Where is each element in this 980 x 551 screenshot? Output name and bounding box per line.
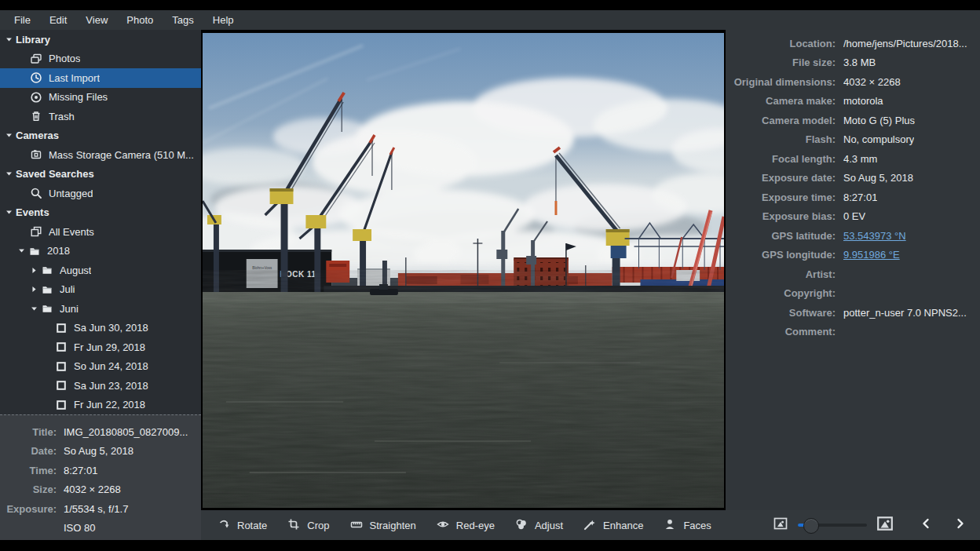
info-row-exposure: Exposure: 1/5534 s, f/1.7: [0, 499, 201, 519]
straighten-button[interactable]: Straighten: [340, 510, 426, 540]
event-date-icon: [55, 399, 68, 411]
sidebar-item-missing-files[interactable]: Missing Files: [0, 88, 201, 108]
prop-row-gps-latitude: GPS latitude: 53.543973 °N: [726, 226, 980, 246]
edit-toolbar: Rotate Crop Straighten Red-eye Adjust En…: [201, 510, 980, 540]
menubar: File Edit View Photo Tags Help: [0, 10, 980, 30]
expander-right-icon[interactable]: [30, 266, 41, 275]
rotate-icon: [218, 518, 230, 533]
prop-row-location: Location: /home/jens/Pictures/2018...: [726, 34, 980, 53]
photo-viewer: Blohm+Voss DOCK 11: [201, 30, 726, 510]
expander-down-icon[interactable]: [5, 131, 16, 140]
previous-photo-button[interactable]: [920, 517, 931, 533]
sidebar-item-cameras[interactable]: Cameras: [0, 126, 201, 146]
faces-icon: [664, 518, 676, 533]
enhance-icon: [583, 518, 596, 533]
faces-button[interactable]: Faces: [653, 510, 721, 540]
zoom-control: [773, 515, 974, 535]
basic-info-panel: Title: IMG_20180805_0827009... Date: So …: [0, 414, 201, 540]
sidebar-item-library[interactable]: Library: [0, 30, 201, 49]
camera-icon: [30, 148, 42, 161]
sidebar-item-august[interactable]: August: [0, 261, 201, 280]
expander-down-icon[interactable]: [30, 305, 41, 313]
photo-navigation: [920, 517, 966, 533]
rotate-button[interactable]: Rotate: [207, 510, 277, 540]
info-row-title: Title: IMG_20180805_0827009...: [0, 422, 201, 442]
sidebar-item-trash[interactable]: Trash: [0, 107, 201, 126]
photo-harbour-image: Blohm+Voss DOCK 11: [203, 33, 724, 508]
zoom-in-photo-icon[interactable]: [876, 515, 894, 535]
sidebar-item-all-events[interactable]: All Events: [0, 222, 201, 242]
zoom-slider[interactable]: [798, 524, 867, 527]
straighten-icon: [350, 518, 363, 533]
sidebar-item-mass-storage-camera[interactable]: Mass Storage Camera (510 M...: [0, 145, 201, 165]
sidebar-item-jun-30[interactable]: Sa Jun 30, 2018: [0, 319, 201, 338]
info-row-size: Size: 4032 × 2268: [0, 480, 201, 500]
crop-button[interactable]: Crop: [277, 510, 339, 540]
expander-down-icon[interactable]: [5, 170, 16, 178]
folder-icon: [28, 245, 41, 257]
expander-down-icon[interactable]: [17, 246, 28, 255]
extended-properties-panel: Location: /home/jens/Pictures/2018... Fi…: [726, 30, 980, 510]
photos-icon: [30, 53, 42, 65]
sidebar-item-events[interactable]: Events: [0, 203, 201, 223]
folder-icon: [41, 283, 53, 296]
prop-row-camera-model: Camera model: Moto G (5) Plus: [726, 111, 980, 130]
prop-row-artist: Artist:: [726, 265, 980, 284]
trash-icon: [30, 110, 42, 122]
event-date-icon: [55, 360, 68, 373]
prop-row-gps-longitude: GPS longitude: 9.951986 °E: [726, 246, 980, 265]
gps-longitude-link[interactable]: 9.951986 °E: [843, 249, 900, 261]
sidebar-item-juni[interactable]: Juni: [0, 299, 201, 319]
sidebar-item-juli[interactable]: Juli: [0, 280, 201, 300]
menu-photo[interactable]: Photo: [117, 10, 163, 30]
menu-edit[interactable]: Edit: [40, 10, 76, 30]
sidebar-item-photos[interactable]: Photos: [0, 49, 201, 69]
prop-row-file-size: File size: 3.8 MB: [726, 53, 980, 73]
menu-tags[interactable]: Tags: [163, 10, 203, 30]
menu-view[interactable]: View: [76, 10, 117, 30]
folder-icon: [41, 264, 53, 276]
expander-right-icon[interactable]: [30, 285, 41, 294]
sidebar-item-last-import[interactable]: Last Import: [0, 68, 201, 88]
sidebar-item-jun-23[interactable]: Sa Jun 23, 2018: [0, 376, 201, 396]
sidebar-item-2018[interactable]: 2018: [0, 242, 201, 261]
prop-row-original-dimensions: Original dimensions: 4032 × 2268: [726, 72, 980, 92]
sidebar-item-jun-22[interactable]: Fr Jun 22, 2018: [0, 396, 201, 415]
menu-help[interactable]: Help: [203, 10, 243, 30]
prop-row-focal-length: Focal length: 4.3 mm: [726, 149, 980, 169]
sidebar-item-jun-24[interactable]: So Jun 24, 2018: [0, 357, 201, 377]
folder-icon: [41, 302, 53, 315]
all-events-icon: [30, 225, 42, 238]
sidebar-item-untagged[interactable]: Untagged: [0, 184, 201, 203]
zoom-out-photo-icon[interactable]: [773, 516, 788, 535]
expander-down-icon[interactable]: [5, 35, 16, 44]
missing-files-icon: [30, 91, 42, 104]
prop-row-comment: Comment:: [726, 323, 980, 342]
prop-row-exposure-bias: Exposure bias: 0 EV: [726, 207, 980, 227]
prop-row-camera-make: Camera make: motorola: [726, 92, 980, 111]
zoom-slider-knob[interactable]: [803, 518, 819, 534]
prop-row-exposure-time: Exposure time: 8:27:01: [726, 188, 980, 207]
menu-file[interactable]: File: [5, 10, 40, 30]
info-row-date: Date: So Aug 5, 2018: [0, 442, 201, 462]
prop-row-exposure-date: Exposure date: So Aug 5, 2018: [726, 169, 980, 188]
enhance-button[interactable]: Enhance: [573, 510, 653, 540]
event-date-icon: [55, 322, 68, 334]
dock-small-sign-text: Blohm+Voss: [252, 266, 272, 270]
info-row-iso: ISO 80: [0, 519, 201, 538]
prop-row-software: Software: potter_n-user 7.0 NPNS2...: [726, 303, 980, 323]
sidebar-item-saved-searches[interactable]: Saved Searches: [0, 165, 201, 184]
expander-down-icon[interactable]: [5, 208, 16, 217]
adjust-icon: [515, 518, 528, 533]
info-row-time: Time: 8:27:01: [0, 461, 201, 480]
crop-icon: [287, 518, 300, 533]
red-eye-icon: [437, 518, 449, 533]
event-date-icon: [55, 341, 68, 353]
sidebar-item-jun-29[interactable]: Fr Jun 29, 2018: [0, 338, 201, 357]
red-eye-button[interactable]: Red-eye: [426, 510, 505, 540]
next-photo-button[interactable]: [955, 517, 966, 533]
adjust-button[interactable]: Adjust: [505, 510, 573, 540]
prop-row-flash: Flash: No, compulsory: [726, 130, 980, 150]
gps-latitude-link[interactable]: 53.543973 °N: [843, 230, 906, 242]
last-import-icon: [30, 71, 42, 84]
